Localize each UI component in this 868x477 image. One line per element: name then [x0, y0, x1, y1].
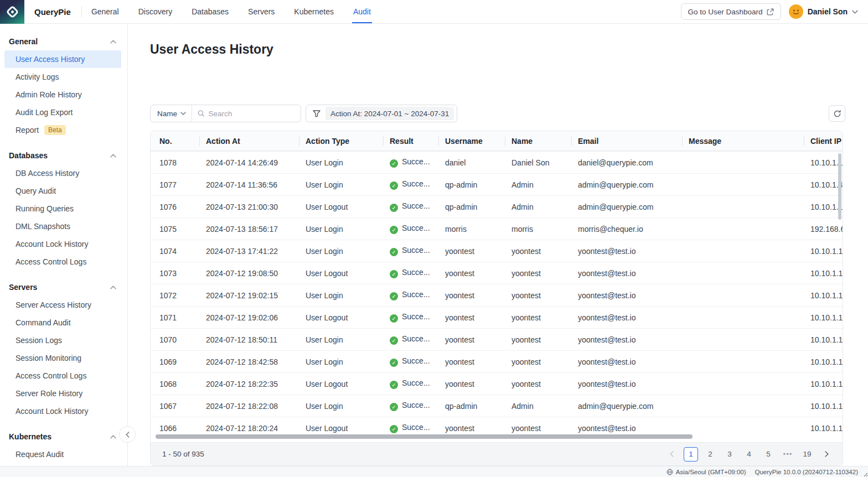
querypie-logo[interactable]: [0, 0, 24, 24]
cell-client-ip: 10.10.1.17: [804, 380, 843, 388]
cell-action-type: User Logout: [299, 313, 383, 322]
sidebar-item[interactable]: DB Access History: [4, 164, 121, 182]
top-nav-item[interactable]: Discovery: [138, 0, 172, 23]
top-nav-item[interactable]: Audit: [353, 0, 371, 23]
table-row[interactable]: 1075 2024-07-13 18:56:17 User Login ✓Suc…: [151, 217, 843, 240]
result-text: Succe...: [402, 179, 430, 188]
sidebar-item-label: Running Queries: [16, 204, 74, 213]
top-nav-item-label: Audit: [353, 7, 371, 16]
table-row[interactable]: 1070 2024-07-12 18:50:11 User Login ✓Suc…: [151, 328, 843, 350]
search-field-label: Name: [157, 110, 177, 118]
top-nav-item[interactable]: General: [91, 0, 119, 23]
cell-name: yoontest: [505, 269, 571, 278]
top-nav-item[interactable]: Databases: [192, 0, 229, 23]
sidebar-item-label: User Access History: [16, 55, 85, 64]
pagination-page-button[interactable]: 2: [703, 447, 717, 462]
date-filter-control[interactable]: Action At: 2024-07-01 ~ 2024-07-31: [306, 105, 457, 122]
sidebar-item[interactable]: Command Audit: [4, 314, 121, 331]
sidebar-item[interactable]: Server Access History: [4, 296, 121, 314]
user-menu[interactable]: Daniel Son: [789, 4, 858, 19]
table-row[interactable]: 1074 2024-07-13 17:41:22 User Login ✓Suc…: [151, 240, 843, 262]
cell-email: admin@querypie.com: [571, 402, 682, 411]
sidebar-item[interactable]: Session Monitoring: [4, 349, 121, 367]
vertical-scrollbar[interactable]: [838, 153, 841, 220]
table-row[interactable]: 1073 2024-07-12 19:08:50 User Logout ✓Su…: [151, 262, 843, 284]
sidebar-item[interactable]: Report Beta: [4, 121, 121, 139]
sidebar-item-label: Account Lock History: [16, 407, 89, 416]
horizontal-scrollbar[interactable]: [151, 434, 843, 439]
cell-client-ip: 10.10.1.46: [804, 180, 843, 189]
pagination-page-button[interactable]: 19: [800, 447, 814, 462]
top-nav-item-label: Kubernetes: [294, 7, 334, 16]
refresh-button[interactable]: [829, 105, 845, 122]
sidebar-section-header-databases[interactable]: Databases: [0, 147, 127, 164]
table-row[interactable]: 1067 2024-07-12 18:22:08 User Login ✓Suc…: [151, 395, 843, 417]
top-nav-item[interactable]: Kubernetes: [294, 0, 334, 23]
result-text: Succe...: [402, 423, 430, 432]
sidebar-item[interactable]: DML Snapshots: [4, 217, 121, 235]
sidebar-item[interactable]: Access Control Logs: [4, 367, 121, 385]
column-header-action-at: Action At: [199, 137, 299, 146]
cell-client-ip: 10.10.1.17: [804, 313, 843, 322]
success-icon: ✓: [390, 381, 398, 389]
cell-action-at: 2024-07-12 18:22:35: [199, 380, 299, 388]
row-range-text: 1 - 50 of 935: [162, 450, 204, 458]
sidebar-item-label: Server Access History: [16, 300, 91, 309]
top-nav-item-label: Servers: [248, 7, 275, 16]
search-input[interactable]: [208, 110, 295, 118]
pagination-page-button[interactable]: 4: [742, 447, 756, 462]
cell-email: yoontest@test.io: [571, 335, 682, 344]
sidebar-item[interactable]: Account Lock History: [4, 235, 121, 253]
pagination-page-button[interactable]: 1: [684, 447, 698, 462]
sidebar-item[interactable]: Audit Log Export: [4, 103, 121, 121]
sidebar-section-header-servers[interactable]: Servers: [0, 278, 127, 296]
querypie-logo-icon: [6, 5, 19, 18]
table-row[interactable]: 1071 2024-07-12 19:02:06 User Logout ✓Su…: [151, 306, 843, 328]
cell-username: qp-admin: [438, 402, 505, 411]
top-nav-items: General Discovery Databases Servers Kube…: [82, 0, 371, 23]
cell-result: ✓Succe...: [383, 401, 438, 411]
cell-client-ip: 10.10.1.17: [804, 269, 843, 278]
cell-name: yoontest: [505, 291, 571, 300]
sidebar-items-servers: Server Access History Command Audit Sess…: [0, 296, 127, 420]
sidebar-item[interactable]: Server Role History: [4, 385, 121, 402]
search-field-selector[interactable]: Name: [151, 105, 192, 122]
sidebar-item[interactable]: Request Audit: [4, 445, 121, 463]
cell-email: yoontest@test.io: [571, 380, 682, 388]
table-row[interactable]: 1068 2024-07-12 18:22:35 User Logout ✓Su…: [151, 372, 843, 395]
top-nav-item[interactable]: Servers: [248, 0, 275, 23]
timezone-text: Asia/Seoul (GMT+09:00): [676, 469, 746, 475]
table-row[interactable]: 1077 2024-07-14 11:36:56 User Login ✓Suc…: [151, 173, 843, 195]
result-text: Succe...: [402, 246, 430, 255]
sidebar-item[interactable]: Running Queries: [4, 200, 121, 217]
column-header-name: Name: [505, 137, 571, 146]
cell-action-at: 2024-07-14 14:26:49: [199, 158, 299, 167]
table-row[interactable]: 1069 2024-07-12 18:42:58 User Login ✓Suc…: [151, 350, 843, 372]
sidebar-item[interactable]: Activity Logs: [4, 68, 121, 86]
timezone-indicator[interactable]: Asia/Seoul (GMT+09:00): [666, 469, 746, 475]
pagination-page-button[interactable]: 3: [722, 447, 737, 462]
cell-no: 1078: [151, 158, 199, 167]
sidebar-section-header-kubernetes[interactable]: Kubernetes: [0, 428, 127, 445]
table-row[interactable]: 1076 2024-07-13 21:00:30 User Logout ✓Su…: [151, 195, 843, 217]
sidebar-item[interactable]: User Access History: [4, 50, 121, 68]
pagination-prev-button[interactable]: [664, 447, 679, 462]
sidebar-item[interactable]: Admin Role History: [4, 86, 121, 103]
filter-funnel-icon: [313, 110, 321, 117]
table-row[interactable]: 1078 2024-07-14 14:26:49 User Login ✓Suc…: [151, 151, 843, 173]
cell-action-type: User Logout: [299, 380, 383, 388]
cell-client-ip: 10.10.1.113: [804, 203, 843, 211]
sidebar-section-header-general[interactable]: General: [0, 33, 127, 50]
sidebar-item[interactable]: Account Lock History: [4, 402, 121, 420]
cell-email: admin@querypie.com: [571, 203, 682, 211]
pagination-page-button[interactable]: 5: [761, 447, 776, 462]
sidebar-collapse-button[interactable]: [119, 426, 136, 443]
sidebar-item[interactable]: Session Logs: [4, 331, 121, 349]
sidebar-item[interactable]: Access Control Logs: [4, 253, 121, 271]
cell-no: 1068: [151, 380, 199, 388]
go-to-user-dashboard-button[interactable]: Go to User Dashboard: [681, 3, 781, 20]
sidebar-item[interactable]: Query Audit: [4, 182, 121, 200]
pagination-next-button[interactable]: [819, 447, 834, 462]
table-row[interactable]: 1072 2024-07-12 19:02:15 User Login ✓Suc…: [151, 284, 843, 306]
beta-badge: Beta: [44, 125, 66, 135]
